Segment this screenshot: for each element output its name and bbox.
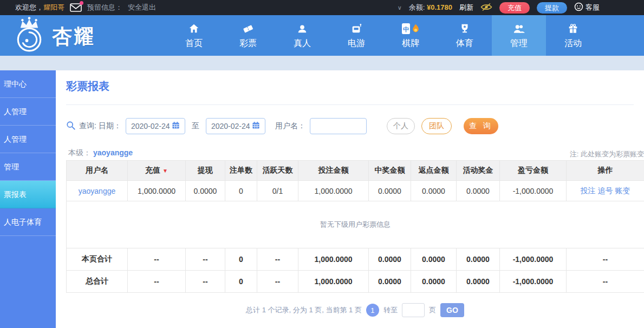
crown-badge-icon <box>10 16 49 57</box>
search-icon <box>66 121 76 132</box>
lottery-report-table: 用户名 充值 ▼ 提现 注单数 活跃天数 投注金额 中奖金额 返点金额 活动奖金… <box>66 160 644 293</box>
current-username: 耀阳哥 <box>43 3 64 11</box>
row-activity-bonus: 0.0000 <box>457 181 500 201</box>
sidebar-item-esports[interactable]: 人电子体育 <box>0 208 56 236</box>
date-from-input[interactable]: 2020-02-24 <box>126 118 185 134</box>
date-to-input[interactable]: 2020-02-24 <box>206 118 265 134</box>
person-icon <box>296 22 308 35</box>
pagination-summary: 总计 1 个记录, 分为 1 页, 当前第 1 页 <box>246 305 362 315</box>
level-user-link[interactable]: yaoyangge <box>93 148 133 157</box>
to-label: 至 <box>192 121 199 131</box>
logout-link[interactable]: 安全退出 <box>128 3 156 12</box>
row-win-amount: 0.0000 <box>369 181 411 201</box>
grand-total-label: 总合计 <box>67 271 128 293</box>
row-bet-amount: 1,000.0000 <box>298 181 369 201</box>
empty-message: 暂无下级用户彩票信息 <box>67 201 644 248</box>
pagination-bar: 总计 1 个记录, 分为 1 页, 当前第 1 页 1 转至 页 GO <box>66 303 644 317</box>
page-unit-label: 页 <box>429 305 436 315</box>
nav-item-board-games[interactable]: 中 棋牌 <box>383 15 438 56</box>
date-from-value: 2020-02-24 <box>131 122 170 130</box>
page-total-row: 本页合计 -- -- 0 -- 1,000.0000 0.0000 0.0000… <box>67 248 644 271</box>
row-active-days: 0/1 <box>257 181 298 201</box>
calendar-icon <box>172 121 180 131</box>
empty-row: 暂无下级用户彩票信息 <box>67 201 644 248</box>
page-title: 彩票报表 <box>66 79 109 94</box>
page-total-label: 本页合计 <box>67 248 128 271</box>
col-bet-amount[interactable]: 投注金额 <box>298 161 369 181</box>
top-bar-left: 欢迎您，耀阳哥 预留信息： 安全退出 <box>0 3 156 12</box>
action-chase-link[interactable]: 追号 <box>598 186 613 195</box>
sub-header-band <box>0 56 644 70</box>
personal-filter-button[interactable]: 个人 <box>387 118 415 134</box>
nav-item-egames[interactable]: 电游 <box>329 15 383 56</box>
action-bet-link[interactable]: 投注 <box>581 186 596 195</box>
withdraw-button[interactable]: 提款 <box>537 2 567 14</box>
people-group-icon <box>512 22 525 35</box>
sidebar-item-lottery-report[interactable]: 票报表 <box>0 181 56 208</box>
site-logo[interactable]: 杏耀 <box>10 16 95 57</box>
eye-slash-icon[interactable] <box>480 3 492 13</box>
welcome-prefix: 欢迎您， <box>15 3 43 11</box>
mail-icon[interactable] <box>70 3 82 12</box>
sidebar: 理中心 人管理 人管理 管理 票报表 人电子体育 <box>0 70 56 328</box>
row-username-link[interactable]: yaoyangge <box>79 187 116 195</box>
date-to-value: 2020-02-24 <box>211 122 250 130</box>
home-icon <box>188 22 200 35</box>
gift-icon <box>567 22 579 35</box>
table-row: yaoyangge 1,000.0000 0.0000 0 0/1 1,000.… <box>67 181 644 201</box>
row-orders: 0 <box>225 181 257 201</box>
col-recharge-sorted[interactable]: 充值 ▼ <box>128 161 186 181</box>
col-win-amount[interactable]: 中奖金额 <box>369 161 411 181</box>
sidebar-item-manage-1[interactable]: 人管理 <box>0 98 56 126</box>
col-withdraw[interactable]: 提现 <box>186 161 225 181</box>
title-divider <box>66 104 634 105</box>
level-label: 本级： <box>68 148 91 157</box>
customer-service-link[interactable]: 客服 <box>574 2 600 13</box>
slot-machine-icon <box>350 22 362 35</box>
sidebar-item-manage-2[interactable]: 人管理 <box>0 126 56 153</box>
recharge-button[interactable]: 充值 <box>499 2 530 14</box>
account-change-note: 注: 此处账变为彩票账变 <box>570 149 644 159</box>
svg-text:中: 中 <box>403 25 409 32</box>
main-nav-bar: 杏耀 首页 彩票 真人 电游 中 <box>0 15 644 56</box>
page-1-button[interactable]: 1 <box>366 304 379 317</box>
chevron-down-icon[interactable]: ∨ <box>398 4 402 11</box>
row-profit: -1,000.0000 <box>500 181 567 201</box>
nav-item-live[interactable]: 真人 <box>275 15 329 56</box>
balance-label: 余额: <box>409 3 425 11</box>
main-content: 彩票报表 查询: 日期： 2020-02-24 至 2020-02-24 用户名… <box>56 70 644 328</box>
nav-item-lottery[interactable]: 彩票 <box>221 15 275 56</box>
row-recharge: 1,000.0000 <box>128 181 186 201</box>
level-row: 本级：yaoyangge <box>68 148 133 158</box>
query-label: 查询: <box>79 121 96 131</box>
team-filter-button[interactable]: 团队 <box>421 118 452 134</box>
nav-item-activity[interactable]: 活动 <box>546 15 600 56</box>
col-active-days[interactable]: 活跃天数 <box>257 161 298 181</box>
col-activity-bonus[interactable]: 活动奖金 <box>457 161 500 181</box>
trophy-icon <box>459 22 471 35</box>
table-header-row: 用户名 充值 ▼ 提现 注单数 活跃天数 投注金额 中奖金额 返点金额 活动奖金… <box>67 161 644 181</box>
username-input[interactable] <box>310 118 367 134</box>
mahjong-tile-icon: 中 <box>401 22 420 35</box>
action-account-change-link[interactable]: 账变 <box>615 186 630 195</box>
nav-item-manage[interactable]: 管理 <box>492 15 546 56</box>
query-button[interactable]: 查 询 <box>464 118 498 134</box>
search-row: 查询: 日期： 2020-02-24 至 2020-02-24 用户名： 个人 … <box>66 118 498 134</box>
nav-item-home[interactable]: 首页 <box>167 15 221 56</box>
col-profit[interactable]: 盈亏金额 <box>500 161 567 181</box>
welcome-text: 欢迎您，耀阳哥 <box>15 3 64 12</box>
sidebar-item-center[interactable]: 理中心 <box>0 70 56 98</box>
top-bar: 欢迎您，耀阳哥 预留信息： 安全退出 ∨ 余额: ¥0.1780 刷新 充值 提… <box>0 0 644 15</box>
col-actions: 操作 <box>567 161 644 181</box>
refresh-balance-link[interactable]: 刷新 <box>459 3 473 12</box>
balance-value: ¥0.1780 <box>427 3 452 11</box>
nav-item-sports[interactable]: 体育 <box>438 15 492 56</box>
sidebar-item-manage-3[interactable]: 管理 <box>0 153 56 181</box>
smiley-icon <box>574 2 583 13</box>
col-rebate[interactable]: 返点金额 <box>411 161 457 181</box>
nav-items: 首页 彩票 真人 电游 中 棋牌 <box>167 15 600 56</box>
grand-total-row: 总合计 -- -- 0 -- 1,000.0000 0.0000 0.0000 … <box>67 271 644 293</box>
goto-page-input[interactable] <box>402 303 425 317</box>
col-orders[interactable]: 注单数 <box>225 161 257 181</box>
go-button[interactable]: GO <box>440 303 464 317</box>
